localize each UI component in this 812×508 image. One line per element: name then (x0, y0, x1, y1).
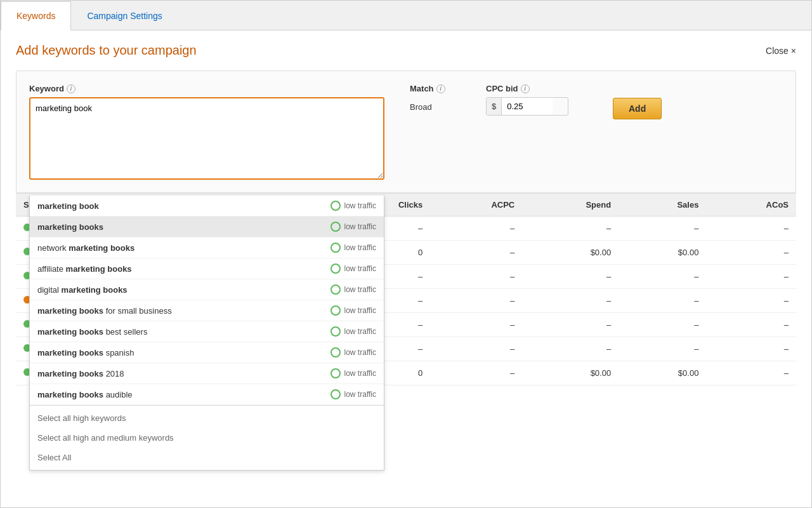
page-header: Add keywords to your campaign Close × (16, 43, 796, 58)
autocomplete-item-3[interactable]: affiliate marketing books low traffic (30, 258, 384, 279)
traffic-circle-7 (331, 347, 341, 358)
autocomplete-footer: Select all high keywords Select all high… (30, 405, 384, 470)
keyword-group: Keyword i marketing book (29, 84, 384, 180)
autocomplete-item-6[interactable]: marketing books best sellers low traffic (30, 321, 384, 342)
autocomplete-item-4[interactable]: digital marketing books low traffic (30, 279, 384, 300)
match-group: Match i Broad (410, 84, 461, 112)
cpc-input-row: $ (486, 97, 568, 116)
autocomplete-item-7[interactable]: marketing books spanish low traffic (30, 342, 384, 363)
tab-keywords[interactable]: Keywords (1, 1, 71, 30)
select-high-keywords[interactable]: Select all high keywords (30, 408, 384, 428)
keyword-info-icon[interactable]: i (67, 84, 75, 93)
autocomplete-item-0[interactable]: marketing book low traffic (30, 196, 384, 217)
traffic-circle-1 (331, 222, 341, 232)
main-container: Keywords Campaign Settings Add keywords … (0, 0, 812, 508)
autocomplete-dropdown: marketing book low traffic marketing boo… (29, 196, 384, 471)
traffic-circle-4 (331, 284, 341, 295)
traffic-circle-6 (331, 326, 341, 337)
col-header-acos: ACoS (706, 194, 796, 217)
match-label: Match i (410, 84, 461, 93)
select-all-keywords[interactable]: Select All (30, 448, 384, 467)
close-button[interactable]: Close × (766, 46, 796, 56)
match-info-icon[interactable]: i (436, 84, 445, 93)
autocomplete-item-5[interactable]: marketing books for small business low t… (30, 300, 384, 321)
add-button[interactable]: Add (613, 98, 662, 119)
autocomplete-item-1[interactable]: marketing books low traffic (30, 217, 384, 237)
col-header-acpc: ACPC (430, 194, 522, 217)
traffic-circle-2 (331, 243, 341, 253)
cpc-input[interactable] (502, 98, 553, 115)
cpc-label: CPC bid i (486, 84, 587, 93)
form-panel: Keyword i marketing book Match i Broad (16, 70, 796, 193)
page-title: Add keywords to your campaign (16, 43, 197, 58)
col-header-spend: Spend (522, 194, 619, 217)
col-header-sales: Sales (619, 194, 706, 217)
cpc-info-icon[interactable]: i (521, 84, 530, 93)
traffic-circle-9 (331, 389, 341, 399)
keyword-label: Keyword i (29, 84, 384, 93)
autocomplete-item-8[interactable]: marketing books 2018 low traffic (30, 363, 384, 384)
cpc-group: CPC bid i $ (486, 84, 587, 116)
traffic-circle-0 (331, 201, 341, 211)
traffic-circle-3 (331, 264, 341, 274)
cpc-dollar-sign: $ (487, 98, 502, 115)
autocomplete-item-2[interactable]: network marketing books low traffic (30, 237, 384, 258)
tab-campaign-settings[interactable]: Campaign Settings (71, 1, 178, 30)
traffic-circle-8 (331, 368, 341, 378)
autocomplete-item-9[interactable]: marketing books audible low traffic (30, 384, 384, 405)
tab-bar: Keywords Campaign Settings (1, 1, 811, 30)
traffic-circle-5 (331, 305, 341, 316)
page-content: Add keywords to your campaign Close × Ke… (1, 30, 811, 398)
select-high-medium-keywords[interactable]: Select all high and medium keywords (30, 428, 384, 448)
keyword-textarea[interactable]: marketing book (29, 97, 384, 180)
match-value: Broad (410, 97, 461, 112)
form-row: Keyword i marketing book Match i Broad (29, 84, 783, 180)
